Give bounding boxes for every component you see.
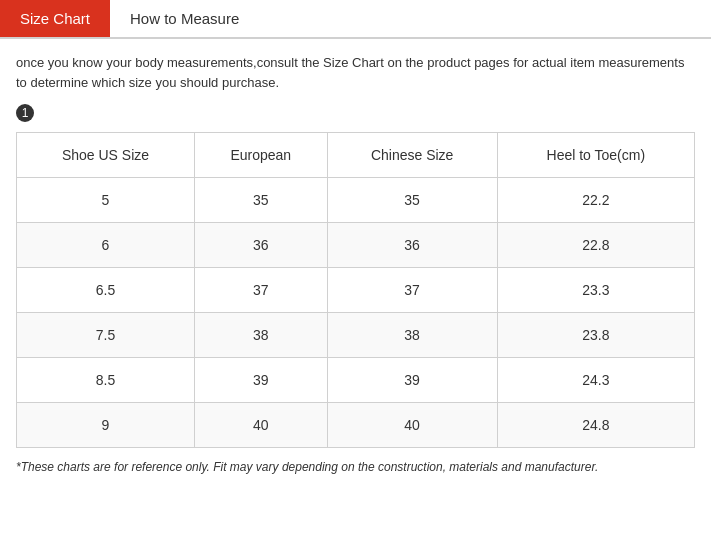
table-row: 7.5383823.8 — [17, 313, 695, 358]
table-cell-4-2: 39 — [327, 358, 497, 403]
table-header-row: Shoe US Size European Chinese Size Heel … — [17, 133, 695, 178]
table-cell-5-1: 40 — [194, 403, 327, 448]
table-cell-2-3: 23.3 — [497, 268, 694, 313]
table-cell-4-3: 24.3 — [497, 358, 694, 403]
table-cell-2-1: 37 — [194, 268, 327, 313]
tabs-container: Size Chart How to Measure — [0, 0, 711, 39]
col-header-heel-to-toe: Heel to Toe(cm) — [497, 133, 694, 178]
table-cell-0-2: 35 — [327, 178, 497, 223]
table-cell-3-1: 38 — [194, 313, 327, 358]
table-cell-3-0: 7.5 — [17, 313, 195, 358]
footer-note: *These charts are for reference only. Fi… — [0, 448, 711, 486]
table-cell-1-0: 6 — [17, 223, 195, 268]
col-header-chinese-size: Chinese Size — [327, 133, 497, 178]
table-cell-1-2: 36 — [327, 223, 497, 268]
table-row: 6363622.8 — [17, 223, 695, 268]
tab-bar: Size Chart How to Measure — [0, 0, 711, 39]
table-cell-1-3: 22.8 — [497, 223, 694, 268]
table-cell-1-1: 36 — [194, 223, 327, 268]
table-cell-3-3: 23.8 — [497, 313, 694, 358]
col-header-us-size: Shoe US Size — [17, 133, 195, 178]
tab-how-to-measure[interactable]: How to Measure — [110, 0, 259, 37]
table-cell-2-0: 6.5 — [17, 268, 195, 313]
table-cell-4-1: 39 — [194, 358, 327, 403]
description-text: once you know your body measurements,con… — [0, 39, 711, 98]
table-row: 5353522.2 — [17, 178, 695, 223]
table-row: 9404024.8 — [17, 403, 695, 448]
table-cell-3-2: 38 — [327, 313, 497, 358]
table-row: 8.5393924.3 — [17, 358, 695, 403]
table-row: 6.5373723.3 — [17, 268, 695, 313]
table-cell-0-0: 5 — [17, 178, 195, 223]
table-cell-2-2: 37 — [327, 268, 497, 313]
table-cell-5-2: 40 — [327, 403, 497, 448]
size-chart-table: Shoe US Size European Chinese Size Heel … — [16, 132, 695, 448]
table-cell-0-1: 35 — [194, 178, 327, 223]
tab-size-chart[interactable]: Size Chart — [0, 0, 110, 37]
step-badge: 1 — [16, 104, 34, 122]
table-cell-0-3: 22.2 — [497, 178, 694, 223]
table-cell-4-0: 8.5 — [17, 358, 195, 403]
table-cell-5-0: 9 — [17, 403, 195, 448]
col-header-european: European — [194, 133, 327, 178]
table-cell-5-3: 24.8 — [497, 403, 694, 448]
